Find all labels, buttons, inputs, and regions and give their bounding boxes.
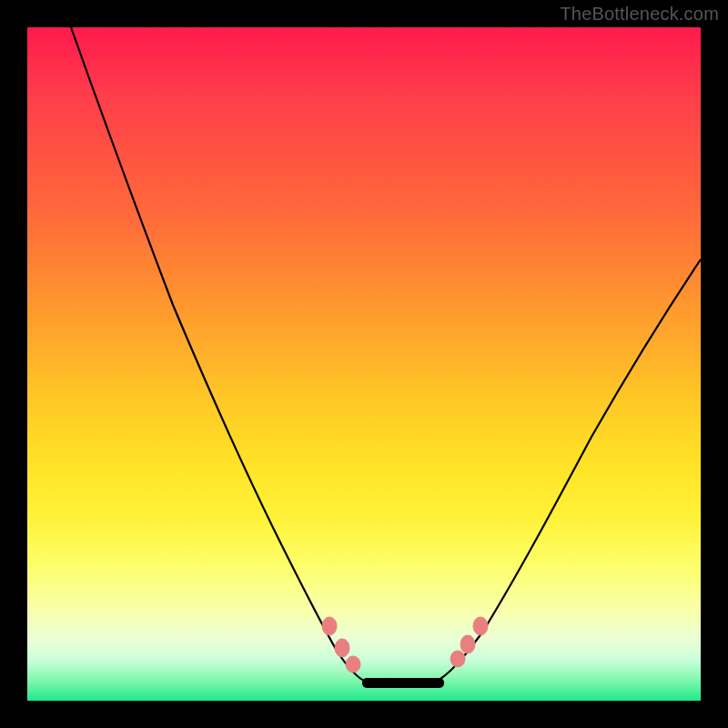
- curve-left-arm: [71, 27, 366, 682]
- marker-left-2: [335, 639, 349, 657]
- marker-right-3: [473, 617, 488, 635]
- trough-bar: [362, 678, 444, 688]
- marker-left-1: [322, 617, 337, 635]
- bottleneck-curve: [27, 27, 701, 701]
- watermark-text: TheBottleneck.com: [560, 4, 719, 25]
- marker-left-3: [346, 656, 360, 672]
- chart-frame: TheBottleneck.com: [0, 0, 728, 728]
- plot-area: [27, 27, 701, 701]
- marker-right-1: [450, 651, 465, 667]
- curve-right-arm: [440, 259, 701, 679]
- curve-markers: [322, 617, 488, 688]
- marker-right-2: [460, 635, 475, 653]
